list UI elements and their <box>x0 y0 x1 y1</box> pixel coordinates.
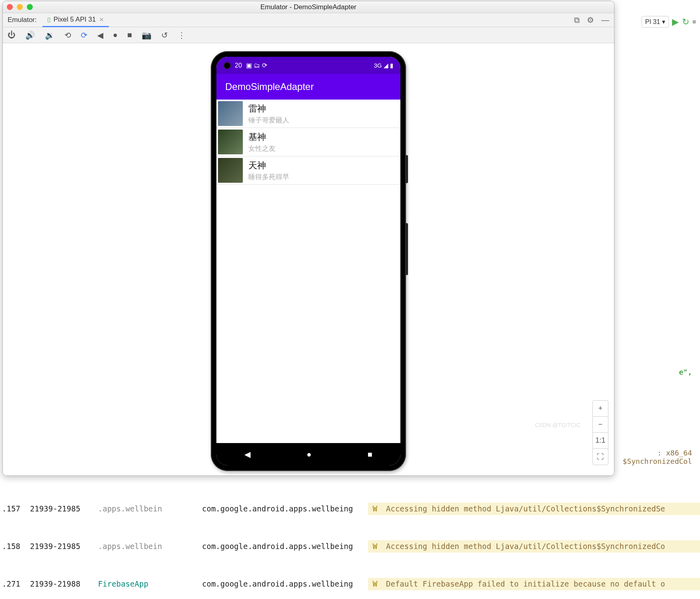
window-title: Emulator - DemoSimpleAdapter <box>260 3 356 11</box>
rotate-right-icon[interactable]: ⟳ <box>81 30 88 40</box>
list-item[interactable]: 天神 睡得多死得早 <box>216 156 400 185</box>
close-tab-icon[interactable]: ✕ <box>99 16 104 23</box>
log-row[interactable]: .15821939-21985.apps.wellbeincom.google.… <box>2 540 700 553</box>
device-tab-label: Pixel 5 API 31 <box>54 16 96 24</box>
list-view: 雷神 锤子哥爱砸人 基神 女性之友 天神 <box>216 100 400 185</box>
volume-up-icon[interactable]: 🔊 <box>25 30 35 40</box>
status-icons-right: 3G ◢ ▮ <box>374 62 393 69</box>
zoom-actual-button[interactable]: 1:1 <box>593 433 608 449</box>
close-icon[interactable] <box>7 4 13 10</box>
list-item[interactable]: 雷神 锤子哥爱砸人 <box>216 100 400 128</box>
device-tab[interactable]: ▯ Pixel 5 API 31 ✕ <box>42 13 109 27</box>
more-icon[interactable]: ⋮ <box>178 30 186 40</box>
window-controls <box>7 4 33 10</box>
phone-side-button <box>406 223 408 275</box>
nav-recent-icon[interactable]: ■ <box>368 450 372 459</box>
menu-icon[interactable]: ≡ <box>692 18 696 26</box>
phone-side-button <box>406 155 408 183</box>
stop-icon[interactable]: ■ <box>127 30 132 40</box>
avatar <box>218 130 243 154</box>
reload-icon[interactable]: ↺ <box>161 30 168 40</box>
api-selector[interactable]: PI 31 ▾ <box>642 16 669 28</box>
record-icon[interactable]: ● <box>113 30 118 40</box>
hide-icon[interactable]: — <box>601 16 609 25</box>
android-nav-bar: ◀ ● ■ <box>216 443 400 465</box>
list-item[interactable]: 基神 女性之友 <box>216 128 400 156</box>
emulator-toolbar: ⏻ 🔊 🔉 ⟲ ⟳ ◀ ● ■ 📷 ↺ ⋮ <box>3 27 614 43</box>
log-row[interactable]: .27121939-21988FirebaseAppcom.google.and… <box>2 578 700 590</box>
status-time: 20 <box>235 62 242 69</box>
tab-bar: Emulator: ▯ Pixel 5 API 31 ✕ ⧉ ⚙ — <box>3 13 614 27</box>
avatar <box>218 101 243 126</box>
android-status-bar: 20 ▣ 🗂 ⟳ 3G ◢ ▮ <box>216 57 400 74</box>
emulator-label: Emulator: <box>8 16 37 24</box>
minimize-icon[interactable] <box>17 4 23 10</box>
zoom-in-button[interactable]: + <box>593 401 608 417</box>
watermark: CSDN @TGITCIC <box>535 422 580 428</box>
avatar <box>218 158 243 183</box>
back-icon[interactable]: ◀ <box>97 30 103 40</box>
zoom-controls: + − 1:1 ⛶ <box>592 400 608 465</box>
ide-info-panel: : x86_64 $SynchronizedCol <box>623 449 692 465</box>
phone-icon: ▯ <box>47 16 50 23</box>
emulator-window: Emulator - DemoSimpleAdapter Emulator: ▯… <box>2 1 614 476</box>
camera-hole <box>224 62 231 69</box>
item-title: 雷神 <box>248 103 289 115</box>
phone-frame: 20 ▣ 🗂 ⟳ 3G ◢ ▮ DemoSimpleAdapter 雷神 锤子哥… <box>211 51 406 471</box>
power-icon[interactable]: ⏻ <box>8 30 16 40</box>
rotate-left-icon[interactable]: ⟲ <box>64 30 71 40</box>
zoom-fit-button[interactable]: ⛶ <box>593 449 608 465</box>
volume-down-icon[interactable]: 🔉 <box>45 30 55 40</box>
item-subtitle: 锤子哥爱砸人 <box>248 116 289 125</box>
rerun-icon[interactable]: ↻ <box>682 17 689 27</box>
code-fragment: e", <box>679 368 692 376</box>
log-row[interactable]: .15721939-21985.apps.wellbeincom.google.… <box>2 503 700 515</box>
item-subtitle: 睡得多死得早 <box>248 172 289 182</box>
run-icon[interactable]: ▶ <box>672 17 679 27</box>
titlebar[interactable]: Emulator - DemoSimpleAdapter <box>3 1 614 13</box>
maximize-icon[interactable] <box>27 4 33 10</box>
item-title: 基神 <box>248 131 276 143</box>
settings-icon[interactable]: ⚙ <box>587 15 594 25</box>
ide-toolbar-right: PI 31 ▾ ▶ ↻ ≡ <box>642 16 696 28</box>
status-icons-left: ▣ 🗂 ⟳ <box>246 62 267 69</box>
screenshot-icon[interactable]: 📷 <box>142 30 152 40</box>
emulator-canvas: 20 ▣ 🗂 ⟳ 3G ◢ ▮ DemoSimpleAdapter 雷神 锤子哥… <box>3 43 614 475</box>
app-bar: DemoSimpleAdapter <box>216 74 400 100</box>
nav-home-icon[interactable]: ● <box>306 450 311 459</box>
phone-screen[interactable]: 20 ▣ 🗂 ⟳ 3G ◢ ▮ DemoSimpleAdapter 雷神 锤子哥… <box>216 57 400 465</box>
zoom-out-button[interactable]: − <box>593 417 608 433</box>
item-title: 天神 <box>248 160 289 172</box>
item-subtitle: 女性之友 <box>248 144 276 153</box>
logcat-panel: .15721939-21985.apps.wellbeincom.google.… <box>2 477 700 599</box>
nav-back-icon[interactable]: ◀ <box>244 449 250 459</box>
snapshot-icon[interactable]: ⧉ <box>574 16 580 25</box>
